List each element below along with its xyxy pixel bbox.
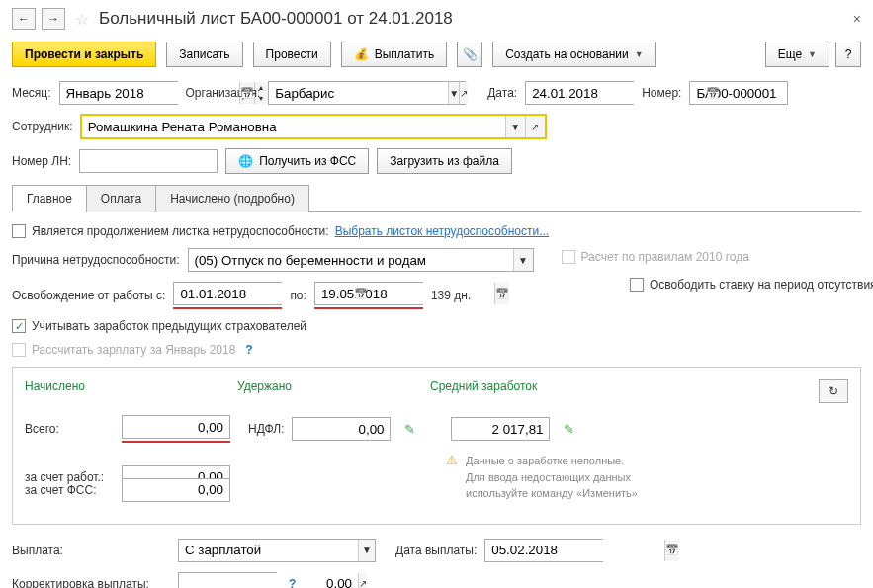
ndfl-label: НДФЛ: [248,422,284,436]
pay-button[interactable]: 💰 Выплатить [341,42,448,67]
calc-salary-checkbox [12,343,26,357]
employee-dropdown[interactable]: ▼ [505,116,525,137]
help-button[interactable]: ? [835,42,861,67]
org-dropdown[interactable]: ▼ [448,82,459,104]
get-fss-button[interactable]: 🌐 Получить из ФСС [225,148,369,174]
select-sheet-link[interactable]: Выбрать листок нетрудоспособности... [335,224,550,238]
page-title: Больничный лист БА00-000001 от 24.01.201… [99,9,453,29]
post-button[interactable]: Провести [253,42,331,67]
employee-label: Сотрудник: [12,120,73,133]
edit-icon[interactable]: ✎ [404,422,415,437]
continuation-label: Является продолжением листка нетрудоспос… [32,224,329,238]
load-file-button[interactable]: Загрузить из файла [377,148,512,174]
continuation-checkbox[interactable] [12,224,26,238]
number-input[interactable] [689,81,788,105]
correction-label: Корректировка выплаты: [12,577,170,589]
avg-input[interactable] [451,417,550,441]
correction-input[interactable]: ↗ [178,572,277,589]
employee-open[interactable]: ↗ [525,116,545,137]
close-icon[interactable]: × [853,11,861,27]
reason-dropdown[interactable]: ▼ [513,249,533,271]
payout-date-label: Дата выплаты: [395,544,477,557]
accrued-title: Начислено [25,379,237,403]
total-label: Всего: [25,422,114,436]
calendar-icon[interactable] [494,283,509,304]
release-position-checkbox[interactable] [630,278,644,292]
refresh-button[interactable]: ↻ [819,379,848,403]
release-from-label: Освобождение от работы с: [12,289,165,302]
chevron-down-icon: ▼ [808,49,817,59]
days-count: 139 дн. [431,289,471,302]
edit-icon[interactable]: ✎ [564,422,574,437]
back-button[interactable]: ← [12,8,36,30]
tab-accrued-detail[interactable]: Начислено (подробно) [155,185,309,212]
tab-main[interactable]: Главное [12,185,87,212]
date-to-label: по: [290,289,306,302]
create-based-button[interactable]: Создать на основании ▼ [492,42,655,67]
calendar-icon[interactable] [664,540,679,561]
help-icon[interactable]: ? [245,343,252,357]
fss-input[interactable] [122,478,230,502]
number-label: Номер: [642,86,681,100]
forward-button[interactable]: → [42,8,65,30]
avg-title: Средний заработок [430,379,537,403]
month-label: Месяц: [12,86,51,100]
favorite-icon[interactable]: ☆ [75,10,89,29]
help-icon[interactable]: ? [289,577,296,589]
payout-date-input[interactable] [484,539,603,562]
total-input[interactable] [122,415,230,439]
org-input[interactable]: ▼ ↗ [268,81,466,105]
payout-label: Выплата: [12,544,170,557]
date-to-input[interactable] [314,282,423,305]
ln-input[interactable] [79,149,218,173]
save-button[interactable]: Записать [166,42,242,67]
reason-label: Причина нетрудоспособности: [12,253,180,267]
fss-icon: 🌐 [238,154,253,168]
ln-label: Номер ЛН: [12,154,71,168]
tab-payment[interactable]: Оплата [86,185,156,212]
attach-button[interactable]: 📎 [457,42,482,67]
rules2010-label: Расчет по правилам 2010 года [581,250,749,264]
prev-insurers-checkbox[interactable]: ✓ [12,319,26,333]
correction-open[interactable]: ↗ [358,573,367,589]
date-label: Дата: [487,86,517,100]
pay-icon: 💰 [354,47,369,61]
month-input[interactable]: ▲ ▼ [59,81,178,105]
date-from-input[interactable] [173,282,282,305]
warning-icon: ⚠ [446,453,458,467]
date-input[interactable] [525,81,634,105]
org-open[interactable]: ↗ [459,82,468,104]
reason-input[interactable]: ▼ [188,248,534,272]
fss-label: за счет ФСС: [25,483,114,497]
prev-insurers-label: Учитывать заработок предыдущих страховат… [32,319,306,333]
calc-salary-label: Рассчитать зарплату за Январь 2018 [32,343,235,357]
tabs: Главное Оплата Начислено (подробно) [12,184,861,212]
payout-input[interactable]: ▼ [178,539,376,562]
post-close-button[interactable]: Провести и закрыть [12,42,156,67]
withheld-title: Удержано [237,379,430,403]
employee-input[interactable]: ▼ ↗ [81,115,546,138]
ndfl-input[interactable] [292,417,391,441]
payout-dropdown[interactable]: ▼ [358,540,375,561]
warning-text: Данные о заработке неполные. Для ввода н… [466,453,638,502]
release-position-label: Освободить ставку на период отсутствия [650,278,873,292]
rules2010-checkbox [562,250,575,264]
more-button[interactable]: Еще ▼ [765,42,829,67]
chevron-down-icon: ▼ [635,49,644,59]
